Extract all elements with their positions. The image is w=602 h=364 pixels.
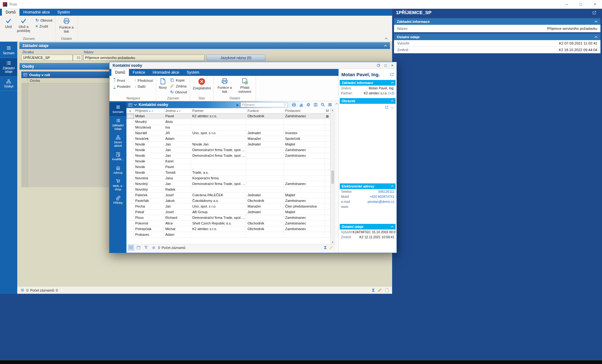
shortcut-input[interactable] bbox=[21, 55, 73, 61]
tab-system[interactable]: Systém bbox=[54, 9, 74, 16]
popout-icon[interactable] bbox=[385, 105, 389, 109]
maximize-button[interactable]: □ bbox=[385, 64, 387, 67]
tab-system[interactable]: Systém bbox=[183, 69, 203, 76]
popout-icon[interactable] bbox=[390, 72, 394, 76]
first-button[interactable]: ↑ První bbox=[112, 77, 132, 83]
previous-button[interactable]: ↑ Předchozí bbox=[132, 77, 155, 83]
collapse-section-button[interactable] bbox=[391, 100, 394, 102]
column-header-state[interactable]: s bbox=[126, 108, 134, 113]
address-value-link[interactable]: +420 602874741 bbox=[370, 195, 394, 198]
table-row[interactable]: Novák Tomáš Trade, a.s. bbox=[126, 170, 330, 176]
maximize-button[interactable]: □ bbox=[574, 0, 588, 8]
close-button[interactable]: × bbox=[391, 64, 393, 67]
zoom-icon[interactable] bbox=[321, 103, 325, 107]
sidebar-item-kvalifikace[interactable]: Kvalifik... bbox=[109, 150, 126, 163]
functions-print-button[interactable]: Funkce a tisk bbox=[215, 76, 235, 93]
fit-width-icon[interactable]: ↔ bbox=[391, 105, 394, 109]
collapse-section-button[interactable] bbox=[594, 36, 598, 38]
settings-search-icon[interactable] bbox=[306, 103, 311, 107]
add-salutation-button[interactable]: Přidat oslovení bbox=[235, 76, 255, 93]
new-button[interactable]: Nový bbox=[157, 76, 168, 90]
table-row[interactable]: Novák Pavel bbox=[126, 164, 330, 170]
tab-hromadne-akce[interactable]: Hromadné akce bbox=[19, 9, 54, 16]
edit-icon[interactable] bbox=[378, 288, 382, 292]
document-icon[interactable] bbox=[385, 288, 389, 292]
ribbon-collapse-button[interactable] bbox=[385, 38, 388, 40]
sidebar-item-seznam[interactable]: Seznam bbox=[109, 103, 126, 116]
scroll-up-icon[interactable]: ▲ bbox=[331, 108, 335, 112]
edit-icon[interactable] bbox=[329, 245, 333, 250]
refresh-button[interactable]: ↻ Obnovit bbox=[34, 17, 54, 23]
sum-icon[interactable]: Σ bbox=[324, 245, 327, 250]
collapse-section-button[interactable] bbox=[391, 82, 394, 84]
table-row[interactable]: Moudrý Alois bbox=[126, 119, 330, 125]
table-row[interactable]: Prskavec Adam bbox=[126, 232, 330, 238]
table-row[interactable]: Novotný Jan Demonstrační firma Trade, sp… bbox=[126, 181, 330, 187]
chart-icon[interactable] bbox=[299, 103, 303, 107]
tab-hromadne-akce[interactable]: Hromadné akce bbox=[149, 69, 183, 76]
next-button[interactable]: ↓ Další bbox=[132, 83, 155, 89]
chevron-down-icon[interactable] bbox=[134, 104, 137, 106]
gear-icon[interactable] bbox=[20, 288, 24, 292]
scroll-down-icon[interactable]: ▼ bbox=[331, 240, 335, 244]
menu-icon[interactable] bbox=[328, 103, 332, 107]
columns-icon[interactable] bbox=[313, 103, 318, 107]
table-row[interactable]: Pekař Josef AB Group Jednatel Majitel bbox=[126, 209, 330, 215]
sidebar-item-web-eshop[interactable]: Web, e-shop bbox=[109, 177, 126, 193]
cancel-button[interactable]: × Zrušit bbox=[34, 23, 54, 29]
play-icon[interactable]: ▶ bbox=[237, 103, 239, 107]
change-button[interactable]: Změna bbox=[168, 83, 189, 89]
table-row[interactable]: Novák Jan Novák Jan Jednatel Majitel bbox=[126, 142, 330, 147]
sidebar-item-vyskyt[interactable]: Výskyt bbox=[0, 76, 17, 91]
column-header-first-name[interactable]: Jméno ▲2 bbox=[164, 108, 191, 113]
tab-funkce[interactable]: Funkce bbox=[129, 69, 149, 76]
sidebar-item-zakladni-udaje[interactable]: Základní údaje bbox=[0, 58, 17, 76]
collapse-section-button[interactable] bbox=[391, 185, 394, 187]
table-row[interactable]: Novák Karel bbox=[126, 159, 330, 164]
collapse-section-button[interactable] bbox=[384, 45, 387, 47]
table-row[interactable]: Novotná Jana Kooperační firma bbox=[126, 176, 330, 181]
table-row[interactable]: Paleček Josef Cukrárna PALEČEK Jednatel … bbox=[126, 193, 330, 198]
table-row[interactable]: Pastrňák Jakub Čokoládovny a.s. Obchodní… bbox=[126, 198, 330, 204]
filter-button[interactable] bbox=[143, 245, 149, 251]
save-button[interactable]: Ulož bbox=[3, 16, 13, 29]
column-header-m[interactable]: M bbox=[325, 108, 330, 113]
scrollbar-thumb[interactable] bbox=[331, 171, 334, 184]
table-row[interactable]: Mroziková Iva bbox=[126, 125, 330, 130]
table-row[interactable]: Novák Jan Demonstrační firma Trade, spol… bbox=[126, 147, 330, 153]
print-icon[interactable] bbox=[292, 103, 296, 107]
partner-more-link[interactable]: (+2) bbox=[388, 91, 394, 95]
collapse-section-button[interactable] bbox=[391, 226, 394, 228]
sidebar-item-strom-aktivit[interactable]: Strom aktivit bbox=[109, 133, 126, 150]
table-row[interactable]: Novotný Radek bbox=[126, 187, 330, 193]
table-row[interactable]: Nováček Adam Manažer Společník bbox=[126, 136, 330, 142]
table-row[interactable]: Novák Jan Demonstrační firma Trade, spol… bbox=[126, 153, 330, 159]
functions-print-button[interactable]: Funkce a tisk bbox=[56, 16, 77, 33]
sidebar-item-adresy[interactable]: Adresy bbox=[109, 163, 126, 177]
sidebar-item-prilohy[interactable]: Přílohy bbox=[109, 193, 126, 207]
popout-icon[interactable] bbox=[592, 11, 596, 15]
filter-icon[interactable] bbox=[283, 103, 286, 107]
minimize-button[interactable]: – bbox=[560, 0, 574, 8]
address-value-link[interactable]: pmotan@demo.cz bbox=[368, 200, 394, 203]
column-header-partner[interactable]: Partner bbox=[191, 108, 246, 113]
collapse-section-button[interactable] bbox=[594, 21, 598, 23]
sum-icon[interactable]: Σ bbox=[372, 288, 375, 293]
table-row[interactable]: Navrátil Jiří Uno, spol. s r.o. Jednatel… bbox=[126, 130, 330, 136]
close-button[interactable]: × bbox=[588, 0, 602, 8]
table-scrollbar[interactable]: ▲ ▼ bbox=[330, 108, 335, 244]
language-names-button[interactable]: Jazykové názvy (0) bbox=[206, 55, 265, 61]
table-row[interactable]: Motan Pavel K2 atmitec s.r.o. Obchodník … bbox=[126, 113, 330, 119]
gear-icon[interactable] bbox=[151, 245, 157, 251]
name-input[interactable] bbox=[83, 55, 205, 61]
tab-domu[interactable]: Domů bbox=[2, 9, 19, 16]
search-input[interactable] bbox=[242, 103, 283, 107]
table-row[interactable]: Potrepčiak Michal K2 atmitec s.r.o. Obch… bbox=[126, 226, 330, 232]
column-header-surname[interactable]: Příjmení ▲1 bbox=[134, 108, 164, 113]
invalidate-button[interactable]: Zneplatnění bbox=[191, 76, 212, 90]
address-value-link[interactable]: 595135111 bbox=[378, 190, 394, 193]
table-row[interactable]: Ploss Richard Demonstrační firma Trade, … bbox=[126, 215, 330, 221]
last-button[interactable]: ↓ Poslední bbox=[112, 83, 132, 89]
copy-button[interactable]: Kopie bbox=[168, 77, 189, 83]
restore-icon[interactable] bbox=[377, 64, 380, 67]
